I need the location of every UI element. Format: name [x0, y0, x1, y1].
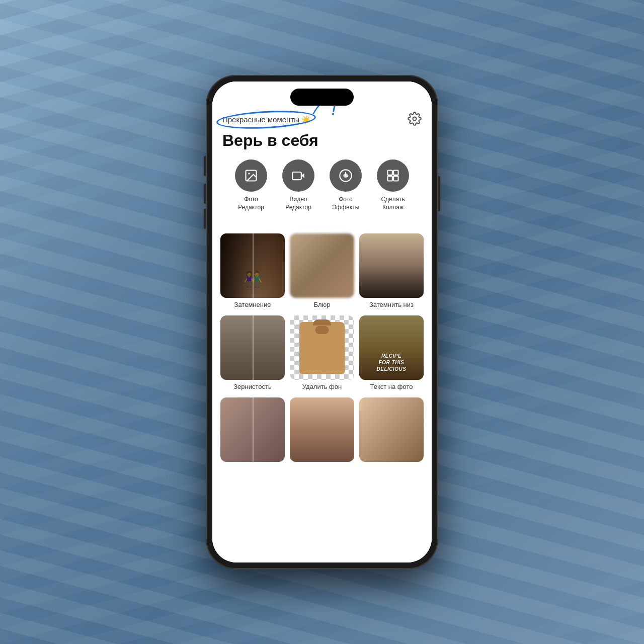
- grid-item-darkening[interactable]: Затемнение: [220, 233, 285, 310]
- text-on-photo-label: Текст на фото: [359, 383, 424, 392]
- app-content[interactable]: Прекрасные моменты ☀️ !: [212, 82, 432, 562]
- photo-editor-icon-circle: [235, 159, 267, 192]
- grid-item-remove-bg[interactable]: Удалить фон: [290, 315, 354, 392]
- thumb-blur: [290, 233, 354, 298]
- feature-buttons-row: ФотоРедактор ВидеоРедактор: [222, 159, 422, 211]
- collage-icon: [386, 169, 400, 183]
- darkening-label: Затемнение: [220, 301, 285, 310]
- svg-rect-4: [292, 172, 301, 180]
- app-header: Прекрасные моменты ☀️ !: [212, 112, 432, 233]
- gear-icon: [408, 112, 422, 126]
- photo-icon: [244, 169, 258, 183]
- video-editor-icon-circle: [282, 159, 314, 192]
- feature-video-editor[interactable]: ВидеоРедактор: [278, 159, 318, 211]
- svg-point-3: [248, 173, 250, 175]
- subtitle-container: Прекрасные моменты ☀️ !: [222, 115, 311, 124]
- effects-icon: [339, 169, 353, 183]
- collage-label: СделатьКоллаж: [381, 196, 405, 211]
- feature-photo-editor[interactable]: ФотоРедактор: [231, 159, 271, 211]
- thumb-row3-3: [359, 397, 424, 462]
- blur-label: Блюр: [290, 301, 354, 310]
- thumb-remove-bg: [290, 315, 354, 380]
- video-icon: [291, 169, 305, 183]
- thumb-row3-2: [290, 397, 354, 462]
- grid-item-row3-1[interactable]: [220, 397, 285, 462]
- svg-rect-9: [388, 176, 392, 181]
- svg-rect-10: [393, 176, 398, 181]
- photo-grid-section: Затемнение Блюр: [212, 233, 432, 462]
- grid-item-blur[interactable]: Блюр: [290, 233, 354, 310]
- photo-editor-label: ФотоРедактор: [238, 196, 264, 211]
- remove-bg-label: Удалить фон: [290, 383, 354, 392]
- phone-frame: Прекрасные моменты ☀️ !: [206, 75, 438, 569]
- thumb-darkening: [220, 233, 285, 298]
- grain-label: Зернистость: [220, 383, 285, 392]
- darken-bottom-label: Затемнить низ: [359, 301, 424, 310]
- phone-device: Прекрасные моменты ☀️ !: [206, 75, 438, 569]
- photo-effects-label: ФотоЭффекты: [332, 196, 360, 211]
- grid-item-darken-bottom[interactable]: Затемнить низ: [359, 233, 424, 310]
- photo-grid: Затемнение Блюр: [220, 233, 424, 462]
- grid-item-text-on-photo[interactable]: RECIPEFOR THISDELICIOUS Текст на фото: [359, 315, 424, 392]
- feature-collage[interactable]: СделатьКоллаж: [373, 159, 413, 211]
- thumb-row3-1: [220, 397, 285, 462]
- feature-photo-effects[interactable]: ФотоЭффекты: [326, 159, 366, 211]
- header-title: Верь в себя: [222, 132, 422, 149]
- svg-point-1: [413, 117, 417, 121]
- grid-item-row3-3[interactable]: [359, 397, 424, 462]
- collage-icon-circle: [377, 159, 409, 192]
- phone-screen: Прекрасные моменты ☀️ !: [212, 82, 432, 562]
- bottom-spacer: [212, 462, 432, 482]
- settings-button[interactable]: [408, 112, 422, 128]
- svg-rect-8: [393, 171, 398, 175]
- recipe-text-overlay: RECIPEFOR THISDELICIOUS: [364, 353, 419, 372]
- photo-effects-icon-circle: [330, 159, 362, 192]
- thumb-darken-bottom: [359, 233, 424, 298]
- grid-item-grain[interactable]: Зернистость: [220, 315, 285, 392]
- thumb-text-on-photo: RECIPEFOR THISDELICIOUS: [359, 315, 424, 380]
- svg-rect-7: [388, 171, 392, 175]
- grid-item-row3-2[interactable]: [290, 397, 354, 462]
- video-editor-label: ВидеоРедактор: [285, 196, 311, 211]
- thumb-grain: [220, 315, 285, 380]
- dynamic-island: [290, 89, 354, 106]
- header-top-row: Прекрасные моменты ☀️ !: [222, 112, 422, 128]
- header-subtitle: Прекрасные моменты ☀️: [222, 115, 311, 124]
